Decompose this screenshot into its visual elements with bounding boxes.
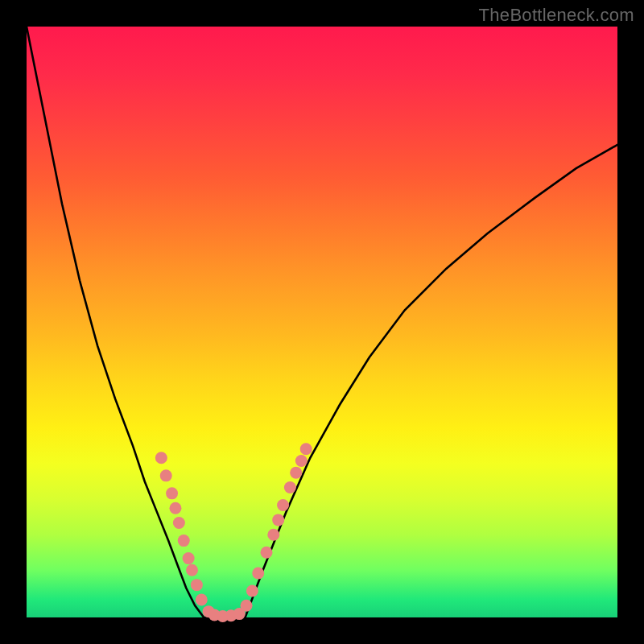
data-dot xyxy=(169,502,181,514)
data-dot xyxy=(252,567,264,579)
data-dot xyxy=(246,584,258,597)
data-dot xyxy=(160,469,172,481)
chart-stage: TheBottleneck.com xyxy=(0,0,644,644)
data-dot xyxy=(178,535,190,547)
data-dot xyxy=(261,547,273,559)
data-dot xyxy=(272,514,284,526)
curve-layer xyxy=(27,27,617,617)
data-dot xyxy=(300,443,312,455)
data-dot xyxy=(183,552,195,564)
data-dot xyxy=(241,600,253,612)
bottleneck-curve xyxy=(27,27,617,617)
data-dot xyxy=(191,579,203,591)
data-dot xyxy=(277,499,289,511)
data-dot xyxy=(290,467,302,479)
data-dot xyxy=(186,564,198,576)
data-dot xyxy=(166,487,178,499)
data-dot xyxy=(155,452,167,464)
data-dot xyxy=(173,517,185,529)
data-dot xyxy=(267,529,279,541)
data-dot xyxy=(295,455,308,467)
data-dot xyxy=(196,593,208,605)
dot-layer xyxy=(155,443,312,622)
data-dot xyxy=(284,481,296,493)
plot-area xyxy=(27,27,617,617)
watermark-text: TheBottleneck.com xyxy=(479,5,634,26)
chart-svg xyxy=(27,27,617,617)
